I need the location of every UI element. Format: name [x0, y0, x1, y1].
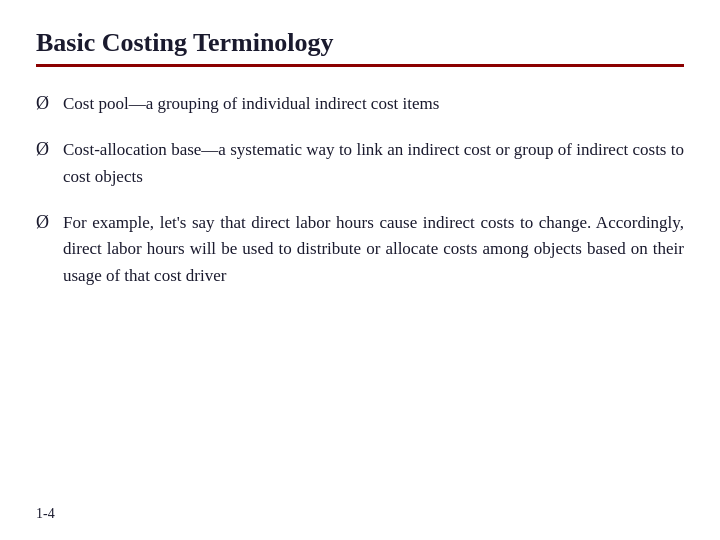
title-section: Basic Costing Terminology: [36, 28, 684, 85]
bullet-symbol-1: Ø: [36, 93, 49, 114]
bullet-symbol-2: Ø: [36, 139, 49, 160]
bullet-symbol-3: Ø: [36, 212, 49, 233]
bullet-item-1: Ø Cost pool—a grouping of individual ind…: [36, 91, 684, 117]
bullet-item-3: Ø For example, let's say that direct lab…: [36, 210, 684, 289]
bullet-text-1: Cost pool—a grouping of individual indir…: [63, 91, 439, 117]
bullet-text-3: For example, let's say that direct labor…: [63, 210, 684, 289]
bullet-text-2: Cost-allocation base—a systematic way to…: [63, 137, 684, 190]
content-section: Ø Cost pool—a grouping of individual ind…: [36, 91, 684, 512]
slide-number: 1-4: [36, 506, 55, 522]
bullet-item-2: Ø Cost-allocation base—a systematic way …: [36, 137, 684, 190]
slide-container: Basic Costing Terminology Ø Cost pool—a …: [0, 0, 720, 540]
slide-title: Basic Costing Terminology: [36, 28, 684, 58]
title-divider: [36, 64, 684, 67]
